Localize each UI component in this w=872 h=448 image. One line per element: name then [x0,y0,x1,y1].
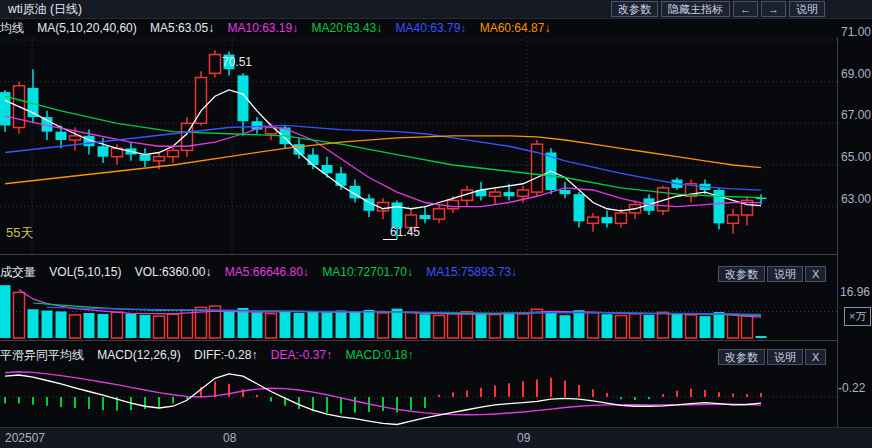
volume-unit-badge[interactable]: ×万 [844,307,871,326]
volume-axis-label: 16.96 [840,285,870,299]
svg-text:63.00: 63.00 [841,192,871,206]
next-arrow-button[interactable]: → [761,1,786,17]
volume-help-button[interactable]: 说明 [767,266,803,282]
ma20-legend: MA20:63.43↓ [312,21,383,35]
macd-axis-label: -0.22 [838,381,865,395]
ma10-legend: MA10:63.19↓ [227,21,298,35]
volume-params: VOL(5,10,15) [49,265,121,279]
vol-ma15-legend: MA15:75893.73↓ [426,265,517,279]
hide-main-indicator-button[interactable]: 隐藏主指标 [661,1,730,17]
time-axis-label-august: 08 [223,431,236,445]
volume-name: 成交量 [0,265,36,279]
macd-name: 平滑异同平均线 [0,348,84,362]
prev-arrow-button[interactable]: ← [733,1,758,17]
range-label: 55天 [6,224,33,242]
macd-help-button[interactable]: 说明 [767,349,803,365]
chart-title: wti原油 (日线) [8,1,82,18]
volume-pane-buttons: 改参数 说明 X [718,266,826,282]
svg-text:67.00: 67.00 [841,108,871,122]
main-indicator-header: 均线 MA(5,10,20,40,60) MA5:63.05↓ MA10:63.… [0,20,840,37]
vol-legend: VOL:6360.00↓ [135,265,212,279]
change-params-button[interactable]: 改参数 [611,1,658,17]
macd-change-params-button[interactable]: 改参数 [718,349,765,365]
macd-header: 平滑异同平均线 MACD(12,26,9) DIFF:-0.28↑ DEA:-0… [0,347,840,364]
indicator-params: MA(5,10,20,40,60) [37,21,136,35]
vol-ma5-legend: MA5:66646.80↓ [225,265,309,279]
chart-canvas[interactable]: 71.0069.0067.0065.0063.0070.5161.45 [0,0,872,448]
vol-ma10-legend: MA10:72701.70↓ [322,265,413,279]
volume-header: 成交量 VOL(5,10,15) VOL:6360.00↓ MA5:66646.… [0,264,840,281]
dea-legend: DEA:-0.37↑ [271,348,332,362]
ma60-legend: MA60:64.87↓ [480,21,551,35]
svg-text:65.00: 65.00 [841,150,871,164]
indicator-name: 均线 [0,21,24,35]
time-axis[interactable]: 202507 08 09 [0,427,872,448]
macd-close-button[interactable]: X [805,349,826,365]
help-button[interactable]: 说明 [789,1,825,17]
diff-legend: DIFF:-0.28↑ [194,348,257,362]
svg-text:71.00: 71.00 [841,25,871,39]
macd-legend: MACD:0.18↑ [345,348,413,362]
volume-close-button[interactable]: X [805,266,826,282]
volume-change-params-button[interactable]: 改参数 [718,266,765,282]
time-axis-label-july: 202507 [5,431,45,445]
svg-text:61.45: 61.45 [390,225,420,239]
ma5-legend: MA5:63.05↓ [150,21,214,35]
toolbar: 改参数 隐藏主指标 ← → 说明 [611,1,825,17]
ma40-legend: MA40:63.79↓ [396,21,467,35]
macd-params: MACD(12,26,9) [97,348,180,362]
svg-text:70.51: 70.51 [222,55,252,69]
time-axis-label-september: 09 [517,431,530,445]
app-window: 71.0069.0067.0065.0063.0070.5161.45 wti原… [0,0,872,448]
macd-pane-buttons: 改参数 说明 X [718,349,826,365]
svg-text:69.00: 69.00 [841,67,871,81]
